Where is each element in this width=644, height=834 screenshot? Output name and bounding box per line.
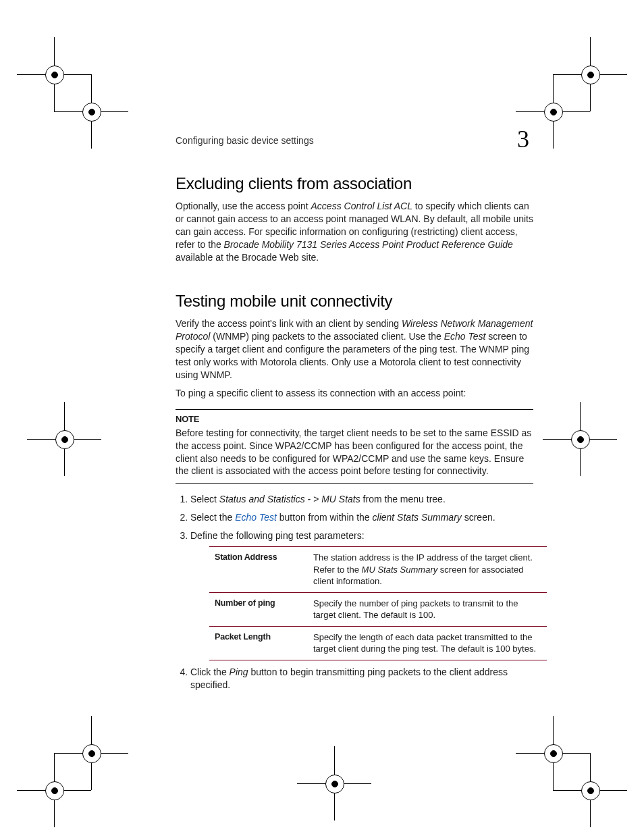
- term-acl: Access Control List ACL: [311, 201, 412, 211]
- note-body: Before testing for connectivity, the tar…: [176, 427, 533, 478]
- text: Define the following ping test parameter…: [190, 530, 365, 541]
- registration-mark-icon: [543, 402, 617, 476]
- procedure-list: Select Status and Statistics - > MU Stat…: [176, 493, 533, 691]
- heading-testing-connectivity: Testing mobile unit connectivity: [176, 292, 533, 311]
- moire-target-icon: [536, 726, 610, 800]
- para-ping-lead: To ping a specific client to assess its …: [176, 387, 533, 400]
- moire-target-icon: [536, 64, 610, 138]
- para-testing-intro: Verify the access point's link with an c…: [176, 317, 533, 381]
- note-block: NOTE Before testing for connectivity, th…: [176, 409, 533, 484]
- heading-excluding-clients: Excluding clients from association: [176, 174, 533, 193]
- text: Select: [190, 494, 219, 504]
- echo-test-link[interactable]: Echo Test: [235, 512, 277, 523]
- term-guide-title: Brocade Mobility 7131 Series Access Poin…: [224, 239, 513, 250]
- table-row: Station Address The station address is t…: [209, 547, 547, 593]
- term-echo-test: Echo Test: [444, 331, 486, 342]
- menu-path: Status and Statistics - > MU Stats: [219, 494, 360, 504]
- registration-mark-icon: [54, 74, 128, 149]
- text: Click the: [190, 667, 230, 677]
- step-2: Select the Echo Test button from within …: [190, 511, 533, 524]
- text: Verify the access point's link with an c…: [176, 318, 402, 329]
- params-table: Station Address The station address is t…: [209, 546, 547, 660]
- page-body: Configuring basic device settings Exclud…: [176, 135, 533, 697]
- running-header: Configuring basic device settings: [176, 135, 533, 146]
- para-excluding-clients: Optionally, use the access point Access …: [176, 200, 533, 263]
- moire-target-icon: [34, 64, 108, 138]
- param-name: Station Address: [209, 547, 308, 593]
- param-desc: Specify the length of each data packet t…: [308, 626, 547, 660]
- text: screen.: [462, 512, 495, 523]
- text: from the menu tree.: [360, 494, 446, 504]
- registration-mark-icon: [553, 37, 627, 111]
- registration-mark-icon: [297, 746, 371, 820]
- registration-mark-icon: [516, 716, 590, 790]
- text: button from within the: [277, 512, 373, 523]
- step-1: Select Status and Statistics - > MU Stat…: [190, 493, 533, 506]
- param-name: Number of ping: [209, 592, 308, 626]
- registration-mark-icon: [17, 753, 91, 827]
- screen-name: MU Stats Summary: [362, 565, 438, 575]
- param-desc: The station address is the IP address of…: [308, 547, 547, 593]
- step-3: Define the following ping test parameter…: [190, 529, 533, 660]
- text: (WNMP) ping packets to the associated cl…: [210, 331, 444, 342]
- screen-name: client Stats Summary: [373, 512, 462, 523]
- text: Select the: [190, 512, 235, 523]
- text: Optionally, use the access point: [176, 201, 311, 211]
- registration-mark-icon: [54, 716, 128, 790]
- table-row: Packet Length Specify the length of each…: [209, 626, 547, 660]
- text: available at the Brocade Web site.: [176, 252, 319, 263]
- table-row: Number of ping Specify the number of pin…: [209, 592, 547, 626]
- param-name: Packet Length: [209, 626, 308, 660]
- registration-mark-icon: [27, 402, 101, 476]
- param-desc: Specify the number of ping packets to tr…: [308, 592, 547, 626]
- registration-mark-icon: [553, 753, 627, 827]
- button-name: Ping: [230, 667, 248, 677]
- registration-mark-icon: [17, 37, 91, 111]
- note-label: NOTE: [176, 414, 533, 424]
- moire-target-icon: [34, 726, 108, 800]
- step-4: Click the Ping button to begin transmitt…: [190, 666, 533, 692]
